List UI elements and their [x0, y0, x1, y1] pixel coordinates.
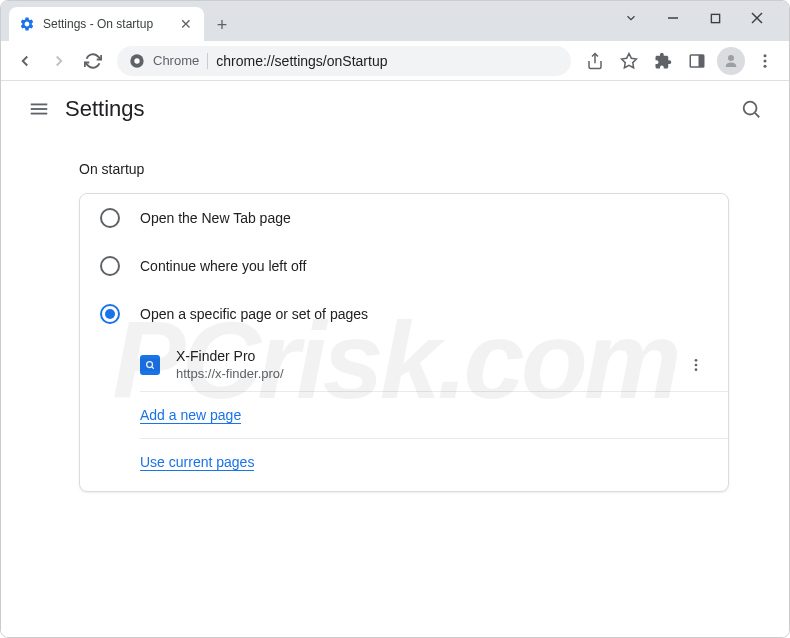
reload-button[interactable]: [79, 47, 107, 75]
radio-label: Open a specific page or set of pages: [140, 306, 368, 322]
radio-icon: [100, 208, 120, 228]
close-button[interactable]: [745, 6, 769, 30]
page-url: https://x-finder.pro/: [176, 366, 668, 381]
radio-option-continue[interactable]: Continue where you left off: [80, 242, 728, 290]
hamburger-menu-button[interactable]: [19, 89, 59, 129]
svg-point-22: [695, 363, 698, 366]
radio-label: Continue where you left off: [140, 258, 306, 274]
svg-point-13: [764, 64, 767, 67]
forward-button[interactable]: [45, 47, 73, 75]
gear-icon: [19, 16, 35, 32]
sidepanel-icon[interactable]: [683, 47, 711, 75]
window-titlebar: Settings - On startup ✕ +: [1, 1, 789, 41]
svg-point-19: [147, 361, 153, 367]
section-title: On startup: [79, 161, 729, 177]
share-icon[interactable]: [581, 47, 609, 75]
profile-button[interactable]: [717, 47, 745, 75]
browser-toolbar: Chrome chrome://settings/onStartup: [1, 41, 789, 81]
maximize-button[interactable]: [703, 6, 727, 30]
svg-point-10: [728, 55, 734, 61]
settings-card: Open the New Tab page Continue where you…: [79, 193, 729, 492]
search-icon: [140, 355, 160, 375]
new-tab-button[interactable]: +: [208, 11, 236, 39]
search-settings-button[interactable]: [731, 89, 771, 129]
omnibox-source-label: Chrome: [153, 53, 199, 68]
svg-line-20: [152, 366, 154, 368]
startup-page-item: X-Finder Pro https://x-finder.pro/: [140, 338, 728, 392]
svg-marker-7: [622, 53, 637, 67]
menu-icon[interactable]: [751, 47, 779, 75]
radio-icon-selected: [100, 304, 120, 324]
page-name: X-Finder Pro: [176, 348, 668, 364]
add-page-row: Add a new page: [140, 392, 728, 439]
add-page-link[interactable]: Add a new page: [140, 407, 241, 424]
minimize-button[interactable]: [661, 6, 685, 30]
svg-point-12: [764, 59, 767, 62]
use-current-row: Use current pages: [140, 439, 728, 485]
page-more-button[interactable]: [684, 357, 708, 373]
radio-option-specific-page[interactable]: Open a specific page or set of pages: [80, 290, 728, 338]
radio-option-new-tab[interactable]: Open the New Tab page: [80, 194, 728, 242]
radio-label: Open the New Tab page: [140, 210, 291, 226]
svg-rect-9: [699, 55, 704, 67]
tab-close-icon[interactable]: ✕: [178, 16, 194, 32]
divider: [207, 53, 208, 69]
page-title: Settings: [65, 96, 145, 122]
svg-point-5: [134, 58, 139, 63]
svg-rect-14: [31, 104, 48, 106]
settings-header: Settings: [1, 81, 789, 137]
settings-body: On startup Open the New Tab page Continu…: [1, 137, 789, 492]
page-info: X-Finder Pro https://x-finder.pro/: [176, 348, 668, 381]
use-current-link[interactable]: Use current pages: [140, 454, 254, 471]
bookmark-icon[interactable]: [615, 47, 643, 75]
svg-line-18: [755, 113, 759, 117]
svg-rect-16: [31, 113, 48, 115]
back-button[interactable]: [11, 47, 39, 75]
radio-icon: [100, 256, 120, 276]
svg-point-21: [695, 359, 698, 362]
page-content: PCrisk.com Settings On startup Open the …: [1, 81, 789, 637]
extensions-icon[interactable]: [649, 47, 677, 75]
svg-point-23: [695, 368, 698, 371]
chrome-icon: [129, 53, 145, 69]
address-bar[interactable]: Chrome chrome://settings/onStartup: [117, 46, 571, 76]
omnibox-url: chrome://settings/onStartup: [216, 53, 559, 69]
browser-tab[interactable]: Settings - On startup ✕: [9, 7, 204, 41]
startup-pages-section: X-Finder Pro https://x-finder.pro/ Add a…: [140, 338, 728, 485]
tab-title: Settings - On startup: [43, 17, 170, 31]
window-controls: [619, 6, 781, 36]
chevron-down-icon[interactable]: [619, 6, 643, 30]
svg-rect-15: [31, 108, 48, 110]
svg-point-17: [744, 102, 757, 115]
svg-rect-1: [711, 14, 719, 22]
svg-point-11: [764, 54, 767, 57]
